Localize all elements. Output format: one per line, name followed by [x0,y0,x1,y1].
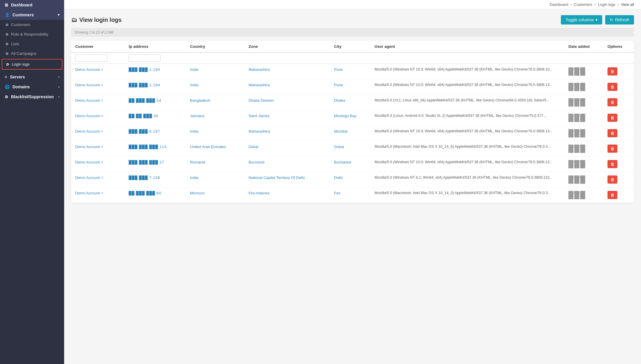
user-agent-cell: Mozilla/5.0 (Windows NT 6.1; Win64; x64)… [370,172,564,187]
breadcrumb-login-logs[interactable]: Login logs [598,2,615,7]
refresh-icon: ↻ [610,17,613,22]
sidebar-item-label: Login logs [12,62,30,66]
table-row: Demo Account > ██.███.███.60 Morocco Fes… [71,187,634,203]
ip-address: ███.███.8.197 [129,129,160,133]
chevron-left-icon: ‹ [58,85,59,89]
city-cell: Mumbai [330,126,370,141]
dot-icon [6,33,8,36]
filter-ip-input[interactable] [129,54,161,62]
customer-cell: Demo Account > [71,64,124,79]
ip-cell: ███.███.8.197 [124,126,186,141]
login-logs-table: Customer Ip address Country Zone City Us… [71,41,634,203]
options-cell: 🗑 [603,126,634,141]
customer-link[interactable]: Demo Account > [75,83,120,87]
col-country: Country [186,41,245,52]
blacklist-icon: ⊘ [5,94,8,99]
customer-link[interactable]: Demo Account > [75,98,120,103]
table-row: Demo Account > ███.███.8.197 India Mahar… [71,126,634,141]
delete-button[interactable]: 🗑 [607,129,617,137]
date-cell: ██/██/██ ██:██:██ [564,64,603,79]
chevron-left-icon: ‹ [58,75,59,79]
city-cell: Dubai [330,141,370,156]
domains-icon: 🌐 [5,85,10,89]
delete-button[interactable]: 🗑 [607,160,617,168]
breadcrumb-customers[interactable]: Customers [574,2,592,7]
customer-link[interactable]: Demo Account > [75,175,120,180]
delete-button[interactable]: 🗑 [607,83,617,91]
toggle-columns-button[interactable]: Toggle columns ▾ [561,15,602,24]
sidebar-item-dashboard[interactable]: ⊞ Dashboard [0,0,64,10]
date-2: ██:██:██ [568,180,599,184]
table-row: Demo Account > ███.███.███.114 United Ar… [71,141,634,156]
date-cell: ██/██/██ ██:██:██ [564,126,603,141]
filter-customer-input[interactable] [75,54,107,62]
options-cell: 🗑 [603,156,634,172]
date-2: ██:██:██ [568,149,599,153]
dot-icon [6,24,8,26]
sidebar-item-lists[interactable]: Lists [0,39,64,49]
customer-link[interactable]: Demo Account > [75,114,120,118]
customer-link[interactable]: Demo Account > [75,160,120,164]
sidebar-item-blacklist[interactable]: ⊘ Blacklist/Suppression ‹ [0,92,64,102]
header-actions: Toggle columns ▾ ↻ Refresh [561,15,634,24]
breadcrumb-dashboard[interactable]: Dashboard [550,2,568,7]
sidebar-item-label: Domains [13,85,30,89]
date-1: ██/██/██ [568,129,599,133]
customer-link[interactable]: Demo Account > [75,129,120,133]
date-cell: ██/██/██ ██:██:██ [564,156,603,172]
zone-cell: National Capital Territory Of Delhi [245,172,330,187]
country-cell: United Arab Emirates [186,141,245,156]
sidebar-item-domains[interactable]: 🌐 Domains ‹ [0,82,64,92]
delete-button[interactable]: 🗑 [607,191,617,199]
date-cell: ██/██/██ ██:██:██ [564,172,603,187]
toggle-columns-label: Toggle columns [566,17,594,22]
customer-link[interactable]: Demo Account > [75,191,120,195]
page-header: 🗂 View login logs Toggle columns ▾ ↻ Ref… [71,15,634,24]
delete-button[interactable]: 🗑 [607,114,617,122]
table-row: Demo Account > ███.███.1.194 India Mahar… [71,79,634,95]
delete-button[interactable]: 🗑 [607,145,617,153]
options-cell: 🗑 [603,110,634,126]
delete-button[interactable]: 🗑 [607,175,617,184]
sidebar-item-role-responsibility[interactable]: Role & Responsibility [0,29,64,39]
delete-button[interactable]: 🗑 [607,98,617,106]
date-cell: ██/██/██ ██:██:██ [564,79,603,95]
ip-cell: ███.███.███.27 [124,156,186,172]
sidebar: ⊞ Dashboard 👤 Customers ▾ Customers Role… [0,0,64,364]
options-cell: 🗑 [603,79,634,95]
sidebar-item-customers[interactable]: Customers [0,20,64,29]
ip-address: ███.███.███.27 [129,160,164,164]
customer-link[interactable]: Demo Account > [75,67,120,72]
refresh-button[interactable]: ↻ Refresh [605,15,634,24]
breadcrumb-sep-3: > [617,2,619,7]
sidebar-item-servers[interactable]: ≡ Servers ‹ [0,72,64,82]
date-1: ██/██/██ [568,98,599,102]
sidebar-item-customers-parent[interactable]: 👤 Customers ▾ [0,10,64,20]
customer-cell: Demo Account > [71,156,124,172]
customer-cell: Demo Account > [71,79,124,95]
table-row: Demo Account > ███.███.7.158 India Natio… [71,172,634,187]
date-cell: ██/██/██ ██:██:██ [564,110,603,126]
servers-icon: ≡ [5,75,7,79]
table-header-row: Customer Ip address Country Zone City Us… [71,41,634,52]
customer-cell: Demo Account > [71,95,124,110]
city-cell: Delhi [330,172,370,187]
date-cell: ██/██/██ ██:██:██ [564,187,603,203]
city-cell: Dhaka [330,95,370,110]
customer-cell: Demo Account > [71,172,124,187]
sidebar-item-all-campaigns[interactable]: All Campaigns [0,49,64,58]
sidebar-item-login-logs[interactable]: Login logs [2,59,62,70]
customer-link[interactable]: Demo Account > [75,145,120,149]
options-cell: 🗑 [603,141,634,156]
filter-label: Showing 1 to 15 of 2,548 [75,30,113,34]
table-row: Demo Account > ███.███.███.27 Romania Bu… [71,156,634,172]
breadcrumb: Dashboard > Customers > Login logs > Vie… [64,0,641,9]
delete-button[interactable]: 🗑 [607,67,617,75]
date-1: ██/██/██ [568,114,599,118]
customer-cell: Demo Account > [71,187,124,203]
ip-cell: ███.███.7.158 [124,172,186,187]
date-1: ██/██/██ [568,67,599,71]
customer-cell: Demo Account > [71,110,124,126]
user-agent-cell: Mozilla/5.0 (Windows NT 10.0; Win64; x64… [370,79,564,95]
date-2: ██:██:██ [568,164,599,168]
